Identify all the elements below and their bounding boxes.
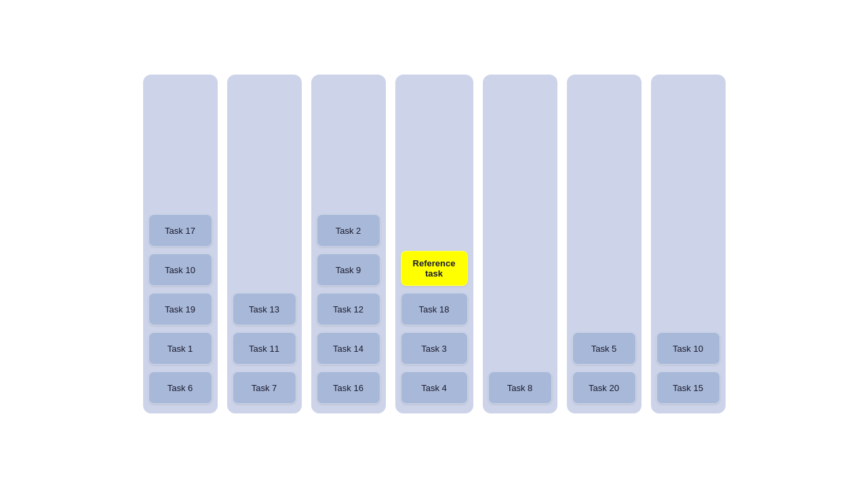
column-spacer-top xyxy=(656,84,720,325)
task-card-task10a[interactable]: Task 10 xyxy=(149,253,212,286)
column-spacer-top xyxy=(572,84,636,325)
column-col7: Task 10Task 15 xyxy=(651,75,726,413)
task-card-task16[interactable]: Task 16 xyxy=(317,371,380,404)
column-col5: Task 8 xyxy=(483,75,557,413)
task-card-task15[interactable]: Task 15 xyxy=(656,371,720,404)
task-card-task11[interactable]: Task 11 xyxy=(233,332,296,365)
task-card-ref_task[interactable]: Reference task xyxy=(401,251,468,286)
task-card-task14[interactable]: Task 14 xyxy=(317,332,380,365)
task-card-task5[interactable]: Task 5 xyxy=(572,332,636,365)
task-card-task1[interactable]: Task 1 xyxy=(149,332,212,365)
task-card-task13[interactable]: Task 13 xyxy=(233,293,296,325)
task-card-task19[interactable]: Task 19 xyxy=(149,293,212,325)
task-card-task3[interactable]: Task 3 xyxy=(401,332,468,365)
column-spacer-top xyxy=(149,84,212,207)
kanban-board: Task 17Task 10Task 19Task 1Task 6Task 13… xyxy=(130,61,739,427)
task-card-task9[interactable]: Task 9 xyxy=(317,253,380,286)
column-col2: Task 13Task 11Task 7 xyxy=(227,75,302,413)
column-col4: Reference taskTask 18Task 3Task 4 xyxy=(395,75,473,413)
column-col1: Task 17Task 10Task 19Task 1Task 6 xyxy=(143,75,218,413)
column-spacer-top xyxy=(317,84,380,207)
task-card-task4[interactable]: Task 4 xyxy=(401,371,468,404)
task-card-task12[interactable]: Task 12 xyxy=(317,293,380,325)
task-card-task7[interactable]: Task 7 xyxy=(233,371,296,404)
column-col6: Task 5Task 20 xyxy=(567,75,642,413)
task-card-task2[interactable]: Task 2 xyxy=(317,214,380,247)
task-card-task6[interactable]: Task 6 xyxy=(149,371,212,404)
task-card-task18[interactable]: Task 18 xyxy=(401,293,468,325)
column-spacer-top xyxy=(488,84,552,365)
task-card-task20[interactable]: Task 20 xyxy=(572,371,636,404)
column-col3: Task 2Task 9Task 12Task 14Task 16 xyxy=(311,75,386,413)
column-spacer-top xyxy=(401,84,468,244)
task-card-task8[interactable]: Task 8 xyxy=(488,371,552,404)
task-card-task17[interactable]: Task 17 xyxy=(149,214,212,247)
task-card-task10b[interactable]: Task 10 xyxy=(656,332,720,365)
column-spacer-top xyxy=(233,84,296,286)
